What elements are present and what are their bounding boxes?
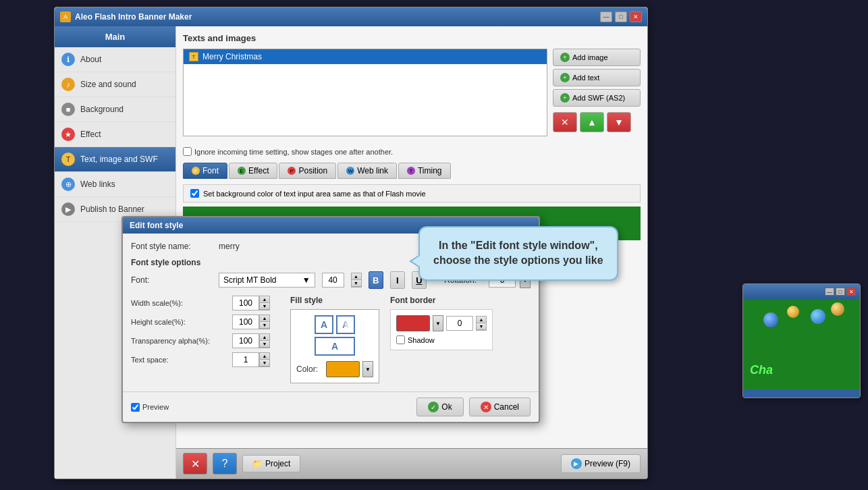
fill-style-label: Fill style: [290, 296, 379, 305]
spin-down[interactable]: ▼: [260, 341, 269, 348]
spin-down[interactable]: ▼: [477, 323, 486, 330]
fill-icons-row: A A: [315, 315, 355, 334]
add-swf-button[interactable]: + Add SWF (AS2): [553, 89, 641, 107]
font-border-section: Font border ▼ 0 ▲ ▼ Shadow: [390, 296, 493, 383]
height-spinner[interactable]: ▲ ▼: [259, 315, 270, 329]
border-color-swatch[interactable]: [396, 315, 430, 331]
bg-checkbox[interactable]: [190, 189, 199, 198]
delete-button[interactable]: ✕: [553, 112, 577, 132]
sound-icon: ♪: [61, 78, 75, 91]
sec-min-button[interactable]: —: [825, 288, 834, 296]
sidebar-item-publish-label: Publish to Banner: [80, 205, 144, 214]
text-space-spinner[interactable]: ▲ ▼: [259, 352, 270, 367]
ok-button[interactable]: ✓ Ok: [416, 398, 463, 416]
maximize-button[interactable]: □: [615, 11, 627, 22]
border-value-input[interactable]: 0: [446, 316, 473, 331]
add-image-button[interactable]: + Add image: [553, 49, 641, 66]
tab-position[interactable]: P Position: [279, 163, 336, 179]
fill-color-swatch[interactable]: [326, 361, 360, 377]
fill-color-dropdown[interactable]: ▼: [362, 361, 373, 377]
width-scale-input[interactable]: 100: [232, 296, 259, 310]
dialog-title: Edit font style: [130, 221, 183, 230]
sidebar-header: Main: [55, 26, 175, 47]
height-scale-row: Height scale(%): 100 ▲ ▼: [131, 315, 279, 329]
cha-text: Cha: [750, 363, 773, 377]
bottom-bar: ✕ ? 📁 Project Auto preview ▶ Preview (F9…: [176, 448, 647, 479]
height-scale-input[interactable]: 100: [232, 315, 259, 329]
border-spinner[interactable]: ▲ ▼: [476, 316, 487, 331]
bg-checkbox-row: Set background color of text input area …: [183, 184, 641, 202]
tab-timing[interactable]: T Timing: [398, 163, 451, 179]
texts-list[interactable]: T Merry Christmas: [183, 49, 547, 136]
title-bar: A Aleo Flash Intro Banner Maker — □ ✕: [55, 7, 647, 26]
sec-max-button[interactable]: □: [836, 288, 845, 296]
add-text-button[interactable]: + Add text: [553, 69, 641, 86]
sidebar-item-text-image[interactable]: T Text, image and SWF: [55, 147, 175, 172]
sidebar-item-background[interactable]: ■ Background: [55, 97, 175, 122]
width-spinner[interactable]: ▲ ▼: [259, 296, 270, 310]
effect-tab-icon: E: [238, 167, 246, 175]
spin-up[interactable]: ▲: [260, 296, 269, 303]
fill-solid-icon[interactable]: A: [315, 315, 333, 334]
help-button[interactable]: ?: [213, 453, 237, 474]
spin-up[interactable]: ▲: [260, 315, 269, 322]
spin-down[interactable]: ▼: [260, 322, 269, 329]
sidebar-item-size-sound-label: Size and sound: [80, 80, 136, 89]
italic-button[interactable]: I: [390, 271, 405, 289]
cancel-button[interactable]: ✕ Cancel: [469, 398, 531, 416]
fill-texture-icon[interactable]: A: [315, 337, 355, 356]
transparency-spinner[interactable]: ▲ ▼: [259, 333, 270, 348]
spin-down[interactable]: ▼: [352, 280, 361, 287]
section-title: Texts and images: [183, 33, 641, 43]
spin-up[interactable]: ▲: [477, 317, 486, 323]
app-icon: A: [60, 11, 71, 22]
text-space-input[interactable]: 1: [232, 352, 259, 367]
bold-button[interactable]: B: [369, 271, 383, 289]
transparency-row: Transparency alpha(%): 100 ▲ ▼: [131, 333, 279, 348]
sec-close-button[interactable]: ✕: [846, 288, 856, 296]
dialog-footer: Preview ✓ Ok ✕ Cancel: [123, 391, 539, 422]
add-swf-icon: +: [560, 93, 570, 103]
spin-down[interactable]: ▼: [260, 303, 269, 310]
font-select[interactable]: Script MT Bold ▼: [219, 273, 315, 288]
list-item[interactable]: T Merry Christmas: [184, 49, 547, 64]
tab-effect[interactable]: E Effect: [229, 163, 277, 179]
text-space-row: Text space: 1 ▲ ▼: [131, 352, 279, 367]
sidebar-item-about-label: About: [80, 55, 101, 64]
spin-up[interactable]: ▲: [352, 273, 361, 280]
font-size-input[interactable]: 40: [322, 273, 344, 288]
spin-down[interactable]: ▼: [260, 360, 269, 366]
project-button[interactable]: 📁 Project: [242, 455, 300, 472]
preview-checkbox[interactable]: [131, 403, 140, 412]
texts-area: T Merry Christmas + Add image + Add text…: [183, 49, 641, 142]
tab-font[interactable]: F Font: [183, 163, 227, 179]
remove-button[interactable]: ✕: [183, 453, 207, 474]
move-down-button[interactable]: ▼: [607, 112, 631, 132]
shadow-checkbox-row: Shadow: [396, 335, 487, 344]
font-size-spinner[interactable]: ▲ ▼: [351, 273, 362, 288]
weblink-tab-icon: W: [346, 167, 354, 175]
move-up-button[interactable]: ▲: [580, 112, 604, 132]
font-style-name-value: merry: [219, 242, 240, 251]
sidebar-item-size-sound[interactable]: ♪ Size and sound: [55, 72, 175, 97]
ornament-blue2: [811, 309, 825, 324]
border-color-dropdown[interactable]: ▼: [433, 315, 443, 331]
sidebar-item-effect[interactable]: ★ Effect: [55, 122, 175, 147]
ignore-checkbox[interactable]: [183, 147, 192, 156]
transparency-input[interactable]: 100: [232, 333, 259, 348]
spin-up[interactable]: ▲: [260, 334, 269, 341]
color-row: Color: ▼: [296, 361, 373, 377]
preview-icon: ▶: [571, 458, 582, 469]
close-button[interactable]: ✕: [630, 11, 642, 22]
sidebar-item-web-links[interactable]: ⊕ Web links: [55, 172, 175, 197]
minimize-button[interactable]: —: [600, 11, 612, 22]
fill-gradient-icon[interactable]: A: [336, 315, 355, 334]
preview-f9-button[interactable]: ▶ Preview (F9): [561, 454, 641, 473]
text-space-label: Text space:: [131, 356, 232, 364]
shadow-checkbox[interactable]: [396, 335, 405, 344]
scale-section: Width scale(%): 100 ▲ ▼ Height scale(%):…: [131, 296, 279, 383]
spin-up[interactable]: ▲: [260, 353, 269, 360]
ornament-gold: [787, 306, 799, 318]
sidebar-item-about[interactable]: ℹ About: [55, 47, 175, 72]
tab-weblink[interactable]: W Web link: [337, 163, 397, 179]
